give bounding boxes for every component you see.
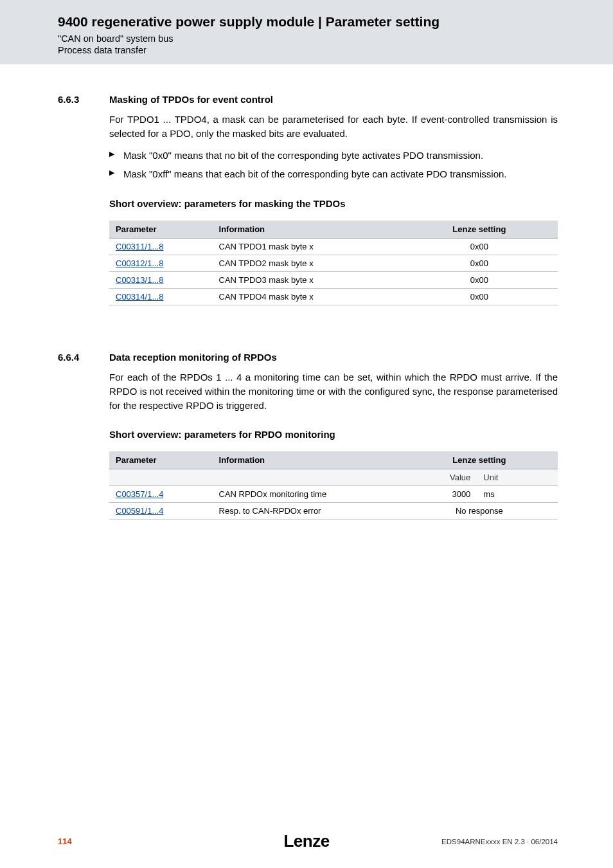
section-title: Data reception monitoring of RPDOs bbox=[109, 352, 277, 363]
sub-heading: Short overview: parameters for masking t… bbox=[109, 198, 558, 209]
param-link[interactable]: C00314/1...8 bbox=[116, 292, 163, 302]
bullet-item: Mask "0x0" means that no bit of the corr… bbox=[109, 149, 558, 163]
table-row: C00312/1...8 CAN TPDO2 mask byte x 0x00 bbox=[109, 255, 558, 272]
cell-info: CAN TPDO1 mask byte x bbox=[213, 239, 401, 255]
param-link[interactable]: C00312/1...8 bbox=[116, 258, 163, 268]
section-number: 6.6.3 bbox=[58, 94, 109, 105]
table-row: C00314/1...8 CAN TPDO4 mask byte x 0x00 bbox=[109, 289, 558, 305]
th-information: Information bbox=[213, 451, 401, 469]
cell-setting: 0x00 bbox=[401, 272, 558, 289]
tpdo-mask-table: Parameter Information Lenze setting C003… bbox=[109, 221, 558, 305]
cell-setting: 0x00 bbox=[401, 255, 558, 272]
cell-setting: 0x00 bbox=[401, 239, 558, 255]
th-parameter: Parameter bbox=[109, 221, 213, 239]
bullet-list: Mask "0x0" means that no bit of the corr… bbox=[109, 149, 558, 182]
cell-combined: No response bbox=[401, 503, 558, 520]
param-link[interactable]: C00313/1...8 bbox=[116, 275, 163, 285]
paragraph: For each of the RPDOs 1 ... 4 a monitori… bbox=[109, 370, 558, 412]
section-heading: 6.6.4 Data reception monitoring of RPDOs bbox=[58, 352, 558, 363]
subhdr-value: Value bbox=[401, 469, 477, 486]
table-subheader-row: Value Unit bbox=[109, 469, 558, 486]
table-row: C00591/1...4 Resp. to CAN-RPDOx error No… bbox=[109, 503, 558, 520]
rpdo-monitor-table: Parameter Information Lenze setting Valu… bbox=[109, 451, 558, 520]
th-setting: Lenze setting bbox=[401, 221, 558, 239]
cell-info: CAN TPDO2 mask byte x bbox=[213, 255, 401, 272]
bullet-item: Mask "0xff" means that each bit of the c… bbox=[109, 167, 558, 181]
page-header: 9400 regenerative power supply module | … bbox=[0, 0, 613, 64]
table-row: C00313/1...8 CAN TPDO3 mask byte x 0x00 bbox=[109, 272, 558, 289]
th-information: Information bbox=[213, 221, 401, 239]
header-title: 9400 regenerative power supply module | … bbox=[58, 14, 613, 30]
table-row: C00311/1...8 CAN TPDO1 mask byte x 0x00 bbox=[109, 239, 558, 255]
param-link[interactable]: C00591/1...4 bbox=[116, 506, 163, 516]
th-parameter: Parameter bbox=[109, 451, 213, 469]
page-content: 6.6.3 Masking of TPDOs for event control… bbox=[0, 64, 613, 520]
document-id: EDS94ARNExxxx EN 2.3 · 06/2014 bbox=[441, 838, 558, 845]
cell-value: 3000 bbox=[401, 486, 477, 503]
cell-info: CAN TPDO3 mask byte x bbox=[213, 272, 401, 289]
param-link[interactable]: C00311/1...8 bbox=[116, 242, 163, 251]
paragraph: For TPDO1 ... TPDO4, a mask can be param… bbox=[109, 113, 558, 141]
page-number: 114 bbox=[58, 836, 72, 846]
section-body: For TPDO1 ... TPDO4, a mask can be param… bbox=[109, 113, 558, 305]
th-setting: Lenze setting bbox=[401, 451, 558, 469]
header-subtitle-1: "CAN on board" system bus bbox=[58, 33, 613, 44]
brand-logo: Lenze bbox=[283, 831, 329, 851]
section-body: For each of the RPDOs 1 ... 4 a monitori… bbox=[109, 370, 558, 520]
page-footer: 114 Lenze EDS94ARNExxxx EN 2.3 · 06/2014 bbox=[0, 836, 613, 846]
table-row: C00357/1...4 CAN RPDOx monitoring time 3… bbox=[109, 486, 558, 503]
cell-info: Resp. to CAN-RPDOx error bbox=[213, 503, 401, 520]
section-number: 6.6.4 bbox=[58, 352, 109, 363]
subhdr-unit: Unit bbox=[477, 469, 558, 486]
cell-info: CAN TPDO4 mask byte x bbox=[213, 289, 401, 305]
cell-info: CAN RPDOx monitoring time bbox=[213, 486, 401, 503]
cell-setting: 0x00 bbox=[401, 289, 558, 305]
section-heading: 6.6.3 Masking of TPDOs for event control bbox=[58, 94, 558, 105]
sub-heading: Short overview: parameters for RPDO moni… bbox=[109, 429, 558, 440]
param-link[interactable]: C00357/1...4 bbox=[116, 489, 163, 499]
cell-unit: ms bbox=[477, 486, 558, 503]
section-title: Masking of TPDOs for event control bbox=[109, 94, 273, 105]
header-subtitle-2: Process data transfer bbox=[58, 45, 613, 55]
